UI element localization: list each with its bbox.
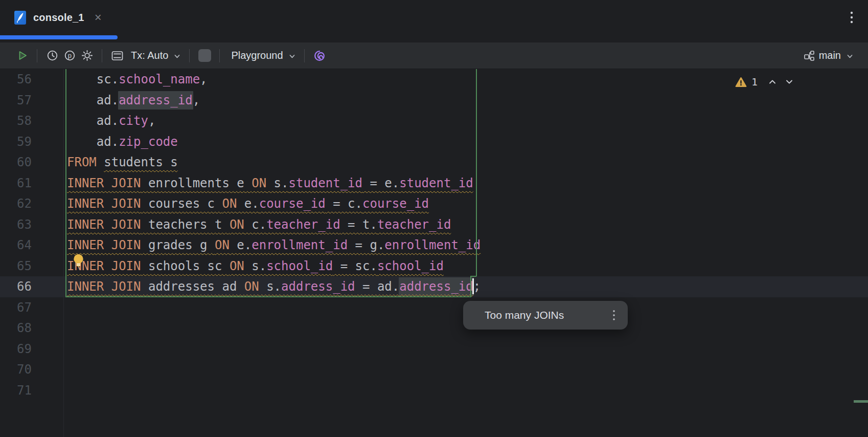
code-line[interactable]: 70	[0, 359, 868, 380]
code-line[interactable]: 66INNER JOIN addresses ad ON s.address_i…	[0, 276, 868, 297]
progress-strip	[0, 35, 868, 42]
schema-switcher[interactable]: main	[803, 50, 856, 61]
code-token: students s	[104, 155, 178, 169]
code-token: s.	[266, 176, 288, 190]
code-token: schools sc	[141, 259, 230, 273]
previous-problem-button[interactable]	[766, 77, 779, 87]
code-token: ON	[222, 196, 237, 211]
settings-gear-icon[interactable]	[78, 47, 96, 64]
code-token: address_id	[281, 279, 355, 294]
line-number: 71	[0, 383, 32, 398]
code-token: ON	[215, 238, 230, 252]
code-text: ad.city,	[32, 111, 155, 132]
code-token: FROM	[67, 155, 97, 169]
ai-assistant-icon[interactable]	[311, 47, 328, 64]
code-token: ON	[230, 217, 244, 232]
code-token: INNER JOIN	[67, 259, 141, 273]
parameters-icon[interactable]: p	[61, 47, 78, 64]
code-text: INNER JOIN teachers t ON c.teacher_id = …	[32, 214, 451, 235]
code-token: ;	[473, 279, 481, 294]
warning-triangle-icon[interactable]	[735, 77, 747, 88]
code-token: teachers t	[141, 217, 230, 232]
tab-console-1[interactable]: console_1 ×	[14, 0, 102, 35]
inspection-tooltip[interactable]: Too many JOINs	[463, 301, 628, 330]
next-problem-button[interactable]	[783, 77, 795, 87]
code-line[interactable]: 65INNER JOIN schools sc ON s.school_id =…	[0, 256, 868, 277]
code-area[interactable]: 56 sc.school_name,57 ad.address_id,58 ad…	[0, 69, 868, 401]
line-number: 64	[0, 238, 32, 252]
code-token: address_id	[399, 277, 474, 296]
code-token: grades g	[141, 238, 215, 252]
code-line[interactable]: 71	[0, 380, 868, 401]
line-number: 65	[0, 259, 32, 273]
toolbar-separator	[102, 49, 102, 62]
editor[interactable]: 56 sc.school_name,57 ad.address_id,58 ad…	[0, 69, 868, 437]
branch-label: main	[819, 50, 841, 61]
run-button[interactable]	[13, 47, 31, 64]
code-token: ,	[148, 114, 155, 128]
code-token: enrollment_id	[384, 238, 481, 252]
line-number: 58	[0, 114, 32, 128]
code-line[interactable]: 62INNER JOIN courses c ON e.course_id = …	[0, 193, 868, 214]
code-line[interactable]: 61INNER JOIN enrollments e ON s.student_…	[0, 173, 868, 194]
tab-close-icon[interactable]: ×	[95, 11, 102, 24]
code-token: school_id	[266, 259, 333, 273]
code-line[interactable]: 58 ad.city,	[0, 111, 868, 132]
code-token: ad.	[67, 93, 119, 107]
tab-bar: console_1 ×	[0, 0, 868, 35]
code-line[interactable]: 67	[0, 297, 868, 318]
code-token: teacher_id	[377, 217, 451, 232]
code-token: ,	[200, 72, 207, 86]
code-line[interactable]: 63INNER JOIN teachers t ON c.teacher_id …	[0, 214, 868, 235]
code-token: ,	[193, 93, 200, 107]
schema-icon	[803, 50, 815, 61]
code-token: ON	[252, 176, 266, 190]
in-editor-results-icon[interactable]	[108, 47, 126, 64]
line-number: 69	[0, 342, 32, 356]
code-token: = e.	[362, 176, 399, 190]
error-stripe-mark[interactable]	[854, 400, 868, 403]
code-token: ON	[230, 259, 244, 273]
code-token: enrollments e	[141, 176, 252, 190]
toolbar-separator	[189, 49, 190, 62]
tooltip-options-kebab-icon[interactable]	[610, 307, 618, 323]
line-number: 60	[0, 155, 32, 169]
code-token	[97, 155, 104, 169]
running-progress-bar	[0, 35, 118, 39]
sqlite-file-icon	[14, 11, 26, 25]
code-token: sc.	[67, 72, 119, 86]
code-token: zip_code	[119, 135, 178, 149]
line-number: 66	[0, 279, 32, 294]
code-token: INNER JOIN	[67, 217, 141, 232]
inspections-widget: 1	[735, 76, 795, 88]
window-options-kebab-icon[interactable]	[848, 8, 856, 27]
code-token: INNER JOIN	[67, 196, 141, 211]
execution-history-icon[interactable]	[43, 47, 61, 64]
code-text: ad.address_id,	[32, 90, 200, 111]
console-toolbar: p Tx: Auto Playground	[0, 42, 868, 69]
code-token: INNER JOIN	[67, 279, 141, 294]
code-token: school_name	[119, 72, 200, 86]
code-line[interactable]: 57 ad.address_id,	[0, 90, 868, 111]
code-token: = sc.	[333, 259, 377, 273]
code-token: addresses ad	[141, 279, 244, 294]
code-text: sc.school_name,	[32, 69, 208, 90]
code-line[interactable]: 60FROM students s	[0, 152, 868, 173]
line-number: 70	[0, 362, 32, 377]
line-number: 61	[0, 176, 32, 190]
code-token: course_id	[362, 196, 429, 211]
stop-button[interactable]	[196, 47, 213, 64]
code-token: courses c	[141, 196, 222, 211]
code-token: INNER JOIN	[67, 238, 141, 252]
code-token: enrollment_id	[252, 238, 348, 252]
code-token: = c.	[326, 196, 362, 211]
line-number: 59	[0, 135, 32, 149]
session-dropdown[interactable]: Playground	[226, 50, 298, 61]
tx-mode-label: Tx: Auto	[131, 50, 168, 61]
code-line[interactable]: 64INNER JOIN grades g ON e.enrollment_id…	[0, 235, 868, 256]
code-line[interactable]: 69	[0, 339, 868, 360]
code-line[interactable]: 68	[0, 318, 868, 339]
line-number: 56	[0, 72, 32, 86]
code-line[interactable]: 59 ad.zip_code	[0, 132, 868, 152]
tx-mode-dropdown[interactable]: Tx: Auto	[126, 50, 183, 61]
